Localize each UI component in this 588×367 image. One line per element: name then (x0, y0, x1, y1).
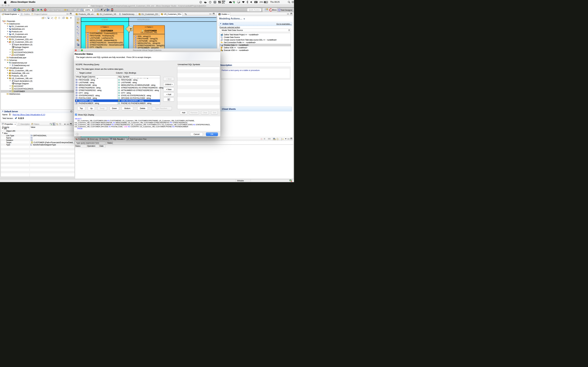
svg-text:!: ! (210, 1, 210, 3)
svg-text:z: z (52, 18, 53, 19)
svg-text:T: T (44, 17, 44, 18)
svg-text:T: T (130, 27, 132, 31)
svg-text:U: U (78, 30, 79, 31)
svg-text:M: M (3, 13, 4, 14)
svg-text:A: A (31, 144, 32, 146)
